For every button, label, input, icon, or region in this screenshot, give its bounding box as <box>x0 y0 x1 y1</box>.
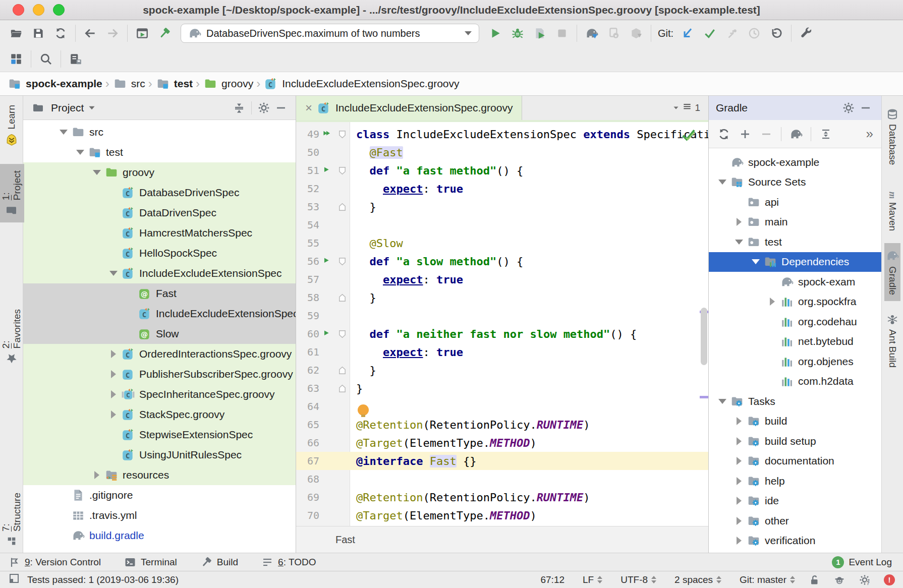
gradle-refresh-button[interactable] <box>581 22 603 44</box>
tool-stripe-database[interactable]: Database <box>885 102 900 171</box>
tree-row-api[interactable]: api <box>709 192 881 212</box>
gear-question-button[interactable]: ? <box>859 574 871 586</box>
minus-button[interactable] <box>756 124 776 144</box>
code-line-65[interactable]: 65@Retention(RetentionPolicy.RUNTIME) <box>296 416 708 434</box>
toolwindow-button-9-version-control[interactable]: 9: Version Control <box>8 556 101 568</box>
tree-row-spock-example[interactable]: spock-example <box>709 152 881 172</box>
tree-row-datadrivenspec[interactable]: CDataDrivenSpec <box>23 203 296 223</box>
tree-row-source-sets[interactable]: Source Sets <box>709 172 881 193</box>
recent-locations-button[interactable] <box>65 48 87 70</box>
tree-row-main[interactable]: main <box>709 212 881 232</box>
tool-stripe-maven[interactable]: mMaven <box>885 180 900 237</box>
tree-row-hamcrestmatchersspec[interactable]: CHamcrestMatchersSpec <box>23 223 296 243</box>
toolwindow-button-terminal[interactable]: Terminal <box>124 556 177 568</box>
fold-region-end-icon[interactable] <box>334 293 350 302</box>
settings-gear-button[interactable] <box>840 99 857 116</box>
chevron-expanded-icon[interactable] <box>714 399 730 404</box>
breadcrumb-item-test[interactable]: test <box>156 77 193 90</box>
tool-stripe-1-project[interactable]: 1: Project <box>0 164 24 222</box>
chevron-collapsed-icon[interactable] <box>88 471 105 479</box>
status-widget-lf[interactable]: LF <box>583 574 602 585</box>
run-configuration-select[interactable]: DatabaseDrivenSpec.maximum of two number… <box>181 24 479 43</box>
status-widget-67-12[interactable]: 67:12 <box>540 574 565 585</box>
chevron-collapsed-icon[interactable] <box>730 517 747 525</box>
tool-stripe-7-structure[interactable]: 7: Structure <box>0 487 24 553</box>
tool-stripe-ant-build[interactable]: Ant Build <box>885 307 900 374</box>
code-line-50[interactable]: 50 @Fast <box>296 143 708 161</box>
expand-all-button[interactable] <box>816 124 836 144</box>
tree-row-gitignore[interactable]: .gitignore <box>23 485 296 505</box>
status-widget-git-master[interactable]: Git: master <box>740 574 795 585</box>
tool-stripe-2-favorites[interactable]: 2: Favorites <box>0 303 24 371</box>
fold-region-start-icon[interactable] <box>334 257 350 266</box>
forward-button[interactable] <box>101 22 124 44</box>
tab-dropdown-icon[interactable] <box>674 106 679 109</box>
tree-row-resources[interactable]: resources <box>23 465 296 485</box>
chevron-down-icon[interactable] <box>89 106 95 109</box>
tree-row-other[interactable]: other <box>709 511 881 531</box>
zoom-window-button[interactable] <box>53 4 65 16</box>
status-widget-2-spaces[interactable]: 2 spaces <box>674 574 721 585</box>
tree-row-stepwiseextensionspec[interactable]: CStepwiseExtensionSpec <box>23 425 296 445</box>
tree-row-verification[interactable]: verification <box>709 531 881 551</box>
chevron-collapsed-icon[interactable] <box>105 350 122 358</box>
run-test-icon[interactable] <box>319 166 334 175</box>
tree-row-src[interactable]: src <box>23 122 296 142</box>
stop-button[interactable] <box>551 22 573 44</box>
code-line-60[interactable]: 60 def "a neither fast nor slow method"(… <box>296 325 708 343</box>
code-line-66[interactable]: 66@Target(ElementType.METHOD) <box>296 434 708 452</box>
coverage-button[interactable] <box>529 22 551 44</box>
debug-button[interactable] <box>506 22 529 44</box>
tree-row-includeexcludeextensionspec[interactable]: CIncludeExcludeExtensionSpec <box>23 304 296 324</box>
code-line-62[interactable]: 62 } <box>296 361 708 379</box>
hector-button[interactable] <box>833 574 845 586</box>
close-icon[interactable]: × <box>305 102 312 114</box>
tool-stripe-gradle[interactable]: Gradle <box>884 243 900 301</box>
editor-scrollbar[interactable] <box>700 122 708 526</box>
inspections-passed-icon[interactable] <box>681 127 696 145</box>
breadcrumb-item-includeexcludeextensionspec-groovy[interactable]: CIncludeExcludeExtensionSpec.groovy <box>264 77 459 90</box>
tree-row-help[interactable]: help <box>709 471 881 491</box>
toolwindow-button-build[interactable]: Build <box>200 556 238 568</box>
tree-row-com-h2data[interactable]: com.h2data <box>709 372 881 392</box>
tree-row-stackspec-groovy[interactable]: CStackSpec.groovy <box>23 404 296 425</box>
tree-row-test[interactable]: test <box>23 142 296 162</box>
tree-row-build-gradle[interactable]: build.gradle <box>23 525 296 546</box>
chevron-collapsed-icon[interactable] <box>730 457 747 465</box>
breadcrumb-item-groovy[interactable]: groovy <box>204 77 253 90</box>
tree-row-travis-yml[interactable]: .travis.yml <box>23 505 296 525</box>
code-line-53[interactable]: 53 } <box>296 198 708 216</box>
hide-minus-button[interactable] <box>272 99 290 116</box>
git-update-button[interactable] <box>676 22 699 44</box>
project-panel-title[interactable]: Project <box>51 102 84 114</box>
settings-gear-button[interactable] <box>255 99 272 116</box>
code-line-70[interactable]: 70@Target(ElementType.METHOD) <box>296 506 708 524</box>
chevron-expanded-icon[interactable] <box>714 180 730 185</box>
attach-disabled-button[interactable] <box>603 22 625 44</box>
git-rollback-button[interactable] <box>765 22 787 44</box>
sync-button[interactable] <box>714 124 734 144</box>
tree-row-databasedrivenspec[interactable]: CDatabaseDrivenSpec <box>23 183 296 203</box>
plus-button[interactable] <box>735 124 755 144</box>
chevron-collapsed-icon[interactable] <box>764 298 780 306</box>
chevron-expanded-icon[interactable] <box>55 130 72 135</box>
tree-row-specinheritancespec-groovy[interactable]: CSpecInheritanceSpec.groovy <box>23 384 296 404</box>
collapse-all-button[interactable] <box>231 99 248 116</box>
code-line-69[interactable]: 69@Retention(RetentionPolicy.RUNTIME) <box>296 488 708 506</box>
tree-row-ide[interactable]: ide <box>709 491 881 511</box>
tree-row-org-codehau[interactable]: org.codehau <box>709 312 881 332</box>
tree-row-spock-exam[interactable]: spock-exam <box>709 272 881 292</box>
intention-lightbulb-icon[interactable] <box>358 404 369 416</box>
toolwindow-button-event-log[interactable]: 1Event Log <box>832 556 892 568</box>
fold-region-end-icon[interactable] <box>334 203 350 211</box>
tree-row-slow[interactable]: @Slow <box>23 324 296 344</box>
code-editor[interactable]: 49class IncludeExcludeExtensionSpec exte… <box>296 122 708 526</box>
chevron-collapsed-icon[interactable] <box>730 218 747 226</box>
fold-region-end-icon[interactable] <box>334 366 350 375</box>
open-project-button[interactable] <box>5 22 27 44</box>
toolwindow-toggle-icon[interactable] <box>8 572 20 587</box>
search-everywhere-button[interactable] <box>35 48 57 70</box>
hide-minus-button[interactable] <box>857 99 874 116</box>
code-line-68[interactable]: 68 <box>296 470 708 488</box>
chevrons-right-icon[interactable]: » <box>866 126 876 142</box>
